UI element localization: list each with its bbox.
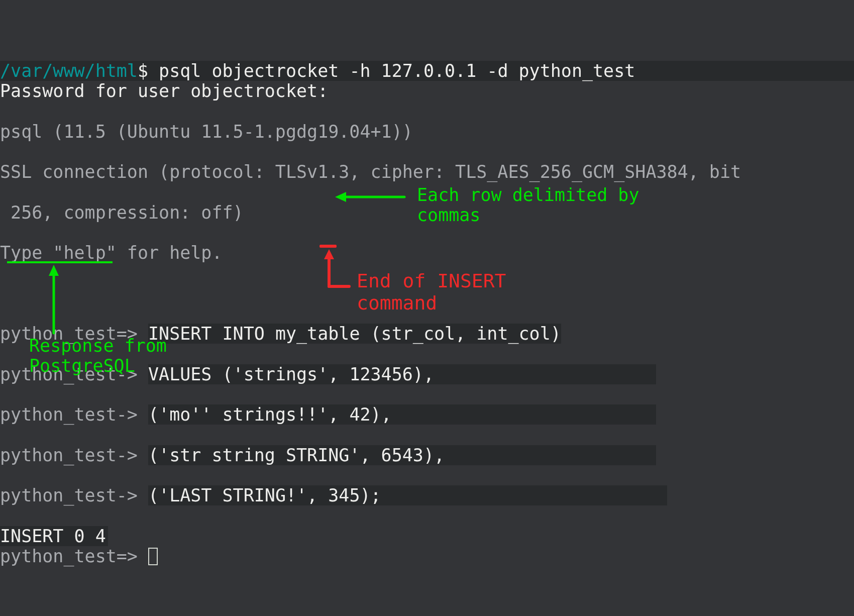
prompt-path: /var/www/html bbox=[0, 61, 138, 81]
psql-cont-prompt: python_test-> bbox=[0, 404, 148, 425]
svg-marker-6 bbox=[49, 265, 59, 276]
arrow-row-delimiter bbox=[334, 187, 414, 212]
sql-text-2: VALUES ('strings', 123456), bbox=[148, 364, 434, 384]
svg-marker-1 bbox=[335, 192, 346, 202]
sql-text-1: INSERT INTO my_table (str_col, int_col) bbox=[148, 324, 561, 344]
annotation-rows-b: commas bbox=[417, 205, 480, 225]
arrow-response bbox=[44, 263, 69, 338]
insert-result: INSERT 0 4 bbox=[0, 526, 108, 546]
psql-cont-prompt: python_test-> bbox=[0, 445, 148, 465]
prompt-symbol: $ bbox=[138, 61, 148, 81]
cursor[interactable] bbox=[148, 548, 158, 565]
shell-command-line[interactable]: /var/www/html$ psql objectrocket -h 127.… bbox=[0, 61, 854, 81]
sql-row-4: python_test-> ('str string STRING', 6543… bbox=[0, 445, 854, 465]
password-line: Password for user objectrocket: bbox=[0, 81, 854, 101]
sql-row-5: python_test-> ('LAST STRING!', 345); bbox=[0, 485, 854, 505]
annotation-resp-b: PostgreSQL bbox=[29, 356, 135, 376]
annotation-rows-a: Each row delimited by bbox=[417, 185, 639, 205]
shell-command: psql objectrocket -h 127.0.0.1 -d python… bbox=[148, 61, 635, 81]
psql-version-line: psql (11.5 (Ubuntu 11.5-1.pgdg19.04+1)) bbox=[0, 122, 854, 142]
sql-text-3: ('mo'' strings!!', 42), bbox=[148, 404, 392, 425]
psql-cont-prompt: python_test-> bbox=[0, 485, 148, 505]
annotation-end-a: End of INSERT bbox=[357, 270, 506, 292]
help-line: Type "help" for help. bbox=[0, 243, 854, 263]
sql-text-4: ('str string STRING', 6543), bbox=[148, 445, 445, 465]
next-prompt-line[interactable]: python_test=> bbox=[0, 546, 854, 566]
sql-text-5: ('LAST STRING!', 345); bbox=[148, 485, 381, 505]
sql-row-3: python_test-> ('mo'' strings!!', 42), bbox=[0, 404, 854, 425]
annotation-end-b: command bbox=[357, 292, 437, 315]
ssl-line-a: SSL connection (protocol: TLSv1.3, ciphe… bbox=[0, 162, 854, 182]
annotation-resp-a: Response from bbox=[29, 336, 167, 356]
svg-marker-4 bbox=[324, 249, 334, 259]
psql-main-prompt-2: python_test=> bbox=[0, 546, 148, 566]
terminal-window[interactable]: /var/www/html$ psql objectrocket -h 127.… bbox=[0, 0, 854, 616]
